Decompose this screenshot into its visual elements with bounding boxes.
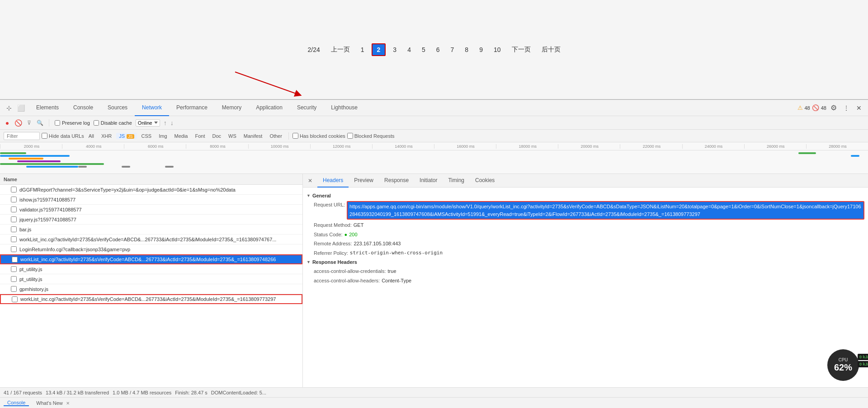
filter-media-btn[interactable]: Media (172, 133, 191, 139)
req-checkbox[interactable] (11, 197, 17, 202)
list-item[interactable]: pt_utility.js (0, 264, 302, 274)
list-item[interactable]: workList_inc.cgi?activityId=2735&sVerify… (0, 234, 302, 244)
detail-tab-response[interactable]: Response (379, 174, 414, 188)
tab-performance[interactable]: Performance (169, 100, 215, 116)
detail-tab-headers[interactable]: Headers (317, 174, 349, 188)
device-icon[interactable]: ⬜ (15, 103, 26, 113)
list-item-selected[interactable]: workList_inc.cgi?activityId=2735&sVerify… (0, 254, 302, 264)
remote-address-label: Remote Address: (314, 240, 352, 248)
page-8-btn[interactable]: 8 (461, 44, 472, 55)
filter-img-btn[interactable]: Img (156, 133, 170, 139)
filter-font-btn[interactable]: Font (192, 133, 208, 139)
page-6-btn[interactable]: 6 (433, 44, 443, 55)
detail-tab-preview[interactable]: Preview (349, 174, 379, 188)
page-9-btn[interactable]: 9 (476, 44, 486, 55)
preserve-log-label[interactable]: Preserve log (55, 120, 90, 126)
clear-icon[interactable]: 🚫 (14, 119, 22, 127)
hide-data-urls-text: Hide data URLs (49, 133, 84, 139)
filter-manifest-btn[interactable]: Manifest (241, 133, 265, 139)
tab-elements[interactable]: Elements (29, 100, 66, 116)
upload-icon[interactable]: ↑ (164, 119, 167, 127)
download-icon[interactable]: ↓ (170, 119, 174, 127)
timeline-ruler: 2000 ms 4000 ms 6000 ms 8000 ms 10000 ms… (0, 142, 868, 150)
filter-ws-btn[interactable]: WS (226, 133, 239, 139)
next-page-btn[interactable]: 下一页 (508, 44, 534, 56)
tab-application[interactable]: Application (249, 100, 290, 116)
detail-tab-initiator[interactable]: Initiator (414, 174, 443, 188)
filter-doc-btn[interactable]: Doc (210, 133, 224, 139)
pagination: 2/24 上一页 1 2 3 4 5 6 7 8 9 10 下一页 后十页 (304, 43, 564, 56)
console-tab[interactable]: Console (4, 400, 29, 406)
hide-data-urls-checkbox[interactable] (42, 133, 47, 139)
access-control-credentials-label: access-control-allow-credentials: (314, 267, 386, 275)
cursor-icon[interactable]: ⊹ (4, 103, 14, 113)
filter-icon[interactable]: ⊽ (25, 119, 33, 127)
filter-all-btn[interactable]: All (86, 133, 97, 139)
req-checkbox[interactable] (11, 236, 17, 242)
svg-line-0 (235, 72, 298, 94)
tick-3: 8000 ms (186, 144, 248, 149)
list-item[interactable]: validator.js?1597741088577 (0, 205, 302, 215)
tab-network[interactable]: Network (135, 100, 169, 116)
page-2-btn[interactable]: 2 (372, 43, 386, 56)
page-4-btn[interactable]: 4 (404, 44, 415, 55)
detail-close-btn[interactable]: ✕ (307, 177, 314, 184)
tab-sources[interactable]: Sources (100, 100, 135, 116)
last-page-btn[interactable]: 后十页 (538, 44, 564, 56)
filter-other-btn[interactable]: Other (267, 133, 285, 139)
blocked-requests-label[interactable]: Blocked Requests (347, 133, 395, 139)
detail-tab-timing[interactable]: Timing (443, 174, 470, 188)
req-checkbox[interactable] (11, 226, 17, 232)
req-name: workList_inc.cgi?activityId=2735&sVerify… (20, 296, 300, 302)
disable-cache-checkbox[interactable] (94, 120, 99, 126)
page-5-btn[interactable]: 5 (418, 44, 429, 55)
record-icon[interactable]: ● (4, 119, 11, 127)
blocked-cookies-label[interactable]: Has blocked cookies (292, 133, 345, 139)
req-checkbox[interactable] (11, 216, 17, 222)
blocked-cookies-checkbox[interactable] (292, 133, 298, 139)
close-whats-new-btn[interactable]: ✕ (66, 401, 70, 406)
request-list-body[interactable]: dGGFMReport?channel=3&sServiceType=yx2j&… (0, 185, 302, 387)
tab-console[interactable]: Console (66, 100, 100, 116)
list-item[interactable]: ishow.js?1597741088577 (0, 195, 302, 205)
req-checkbox[interactable] (12, 257, 18, 263)
page-10-btn[interactable]: 10 (490, 44, 505, 55)
settings-icon[interactable]: ⚙ (828, 103, 839, 113)
network-throttle-select[interactable]: Online (136, 119, 160, 127)
list-item[interactable]: jquery.js?1597741088577 (0, 215, 302, 225)
prev-page-btn[interactable]: 上一页 (327, 44, 354, 56)
more-options-icon[interactable]: ⋮ (841, 103, 852, 113)
list-item-highlighted[interactable]: workList_inc.cgi?activityId=2735&sVerify… (0, 294, 302, 304)
filter-xhr-btn[interactable]: XHR (99, 133, 114, 139)
req-checkbox[interactable] (11, 276, 17, 282)
req-checkbox[interactable] (11, 206, 17, 212)
req-checkbox[interactable] (12, 296, 18, 302)
hide-data-urls-label[interactable]: Hide data URLs (42, 133, 84, 139)
blocked-requests-checkbox[interactable] (347, 133, 353, 139)
tab-lighthouse[interactable]: Lighthouse (324, 100, 365, 116)
preserve-log-checkbox[interactable] (55, 120, 60, 126)
page-1-btn[interactable]: 1 (357, 44, 368, 55)
whats-new-tab[interactable]: What's New ✕ (33, 400, 73, 406)
req-checkbox[interactable] (11, 187, 17, 192)
tab-memory[interactable]: Memory (215, 100, 249, 116)
req-checkbox[interactable] (11, 266, 17, 272)
list-item[interactable]: gpmhistory.js (0, 284, 302, 294)
list-item[interactable]: dGGFMReport?channel=3&sServiceType=yx2j&… (0, 185, 302, 195)
list-item[interactable]: pt_utility.js (0, 274, 302, 284)
list-item[interactable]: bar.js (0, 225, 302, 234)
close-devtools-icon[interactable]: ✕ (854, 103, 864, 113)
disable-cache-label[interactable]: Disable cache (94, 120, 132, 126)
req-checkbox[interactable] (11, 286, 17, 292)
referrer-policy-value: strict-origin-when-cross-origin (350, 249, 443, 257)
filter-js-btn[interactable]: JS JS (116, 133, 137, 139)
page-7-btn[interactable]: 7 (447, 44, 458, 55)
list-item[interactable]: LoginReturnInfo.cgi?callback=jsonp33&gam… (0, 244, 302, 254)
req-checkbox[interactable] (11, 246, 17, 252)
detail-tab-cookies[interactable]: Cookies (470, 174, 500, 188)
search-icon[interactable]: 🔍 (36, 119, 43, 127)
filter-css-btn[interactable]: CSS (139, 133, 155, 139)
filter-input[interactable] (4, 132, 40, 140)
page-3-btn[interactable]: 3 (389, 44, 400, 55)
tab-security[interactable]: Security (290, 100, 324, 116)
